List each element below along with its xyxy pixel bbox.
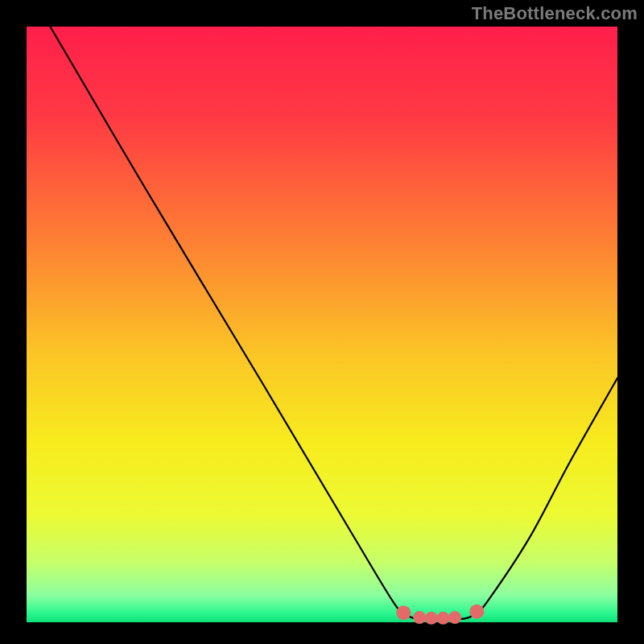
optimal-marker <box>436 612 449 625</box>
optimal-marker <box>413 611 426 624</box>
optimal-marker <box>448 611 461 624</box>
bottleneck-chart <box>0 0 644 644</box>
optimal-marker <box>425 612 438 625</box>
optimal-marker <box>469 605 484 619</box>
optimal-marker <box>396 605 411 620</box>
chart-container: TheBottleneck.com <box>0 0 644 644</box>
watermark-text: TheBottleneck.com <box>472 3 638 24</box>
plot-background <box>27 27 617 622</box>
